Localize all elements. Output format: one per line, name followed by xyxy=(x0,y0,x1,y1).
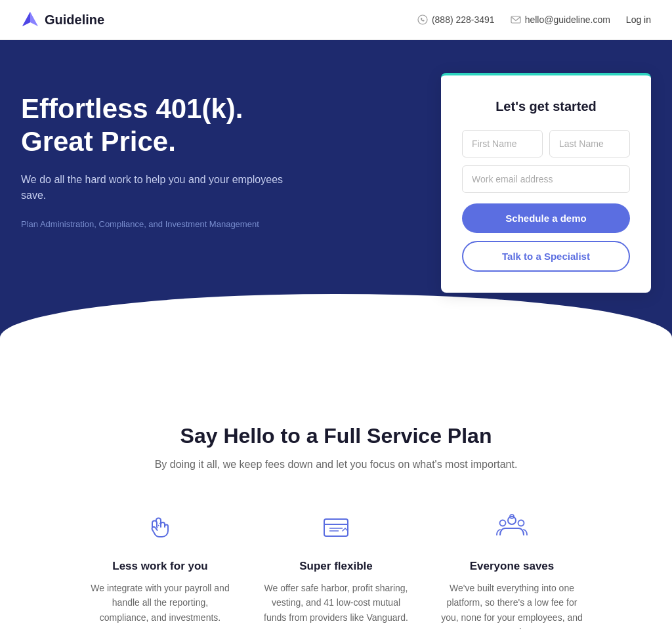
phone-link[interactable]: (888) 228-3491 xyxy=(417,14,495,25)
name-row xyxy=(462,130,630,158)
login-link[interactable]: Log in xyxy=(626,14,651,25)
feature-desc-1: We offer safe harbor, profit sharing, ve… xyxy=(264,581,408,625)
email-address: hello@guideline.com xyxy=(525,14,610,25)
svg-point-10 xyxy=(518,520,524,526)
talk-to-specialist-button[interactable]: Talk to a Specialist xyxy=(462,241,630,272)
email-link[interactable]: hello@guideline.com xyxy=(511,14,610,25)
features-section: Say Hello to a Full Service Plan By doin… xyxy=(0,371,672,630)
feature-item-0: Less work for you We integrate with your… xyxy=(88,507,232,630)
hero-section: Effortless 401(k).Great Price. We do all… xyxy=(0,40,672,371)
feature-desc-2: We've built everything into one platform… xyxy=(440,581,584,630)
feature-item-1: Super flexible We offer safe harbor, pro… xyxy=(264,507,408,630)
form-card-title: Let's get started xyxy=(462,99,630,114)
hero-subtitle: We do all the hard work to help you and … xyxy=(21,172,310,203)
feature-item-2: Everyone saves We've built everything in… xyxy=(440,507,584,630)
less-work-icon xyxy=(140,507,180,547)
svg-marker-1 xyxy=(22,12,30,26)
first-name-input[interactable] xyxy=(462,130,543,158)
feature-name-0: Less work for you xyxy=(88,560,232,573)
super-flexible-icon xyxy=(316,507,356,547)
features-title: Say Hello to a Full Service Plan xyxy=(21,424,651,448)
email-icon xyxy=(511,14,521,25)
schedule-demo-button[interactable]: Schedule a demo xyxy=(462,203,630,233)
features-grid: Less work for you We integrate with your… xyxy=(21,507,651,630)
hero-left: Effortless 401(k).Great Price. We do all… xyxy=(21,79,310,229)
last-name-input[interactable] xyxy=(549,130,630,158)
svg-rect-4 xyxy=(324,519,348,536)
svg-rect-3 xyxy=(511,16,520,23)
header-nav: (888) 228-3491 hello@guideline.com Log i… xyxy=(417,14,651,25)
signup-form-card: Let's get started Schedule a demo Talk t… xyxy=(441,73,651,293)
main-header: Guideline (888) 228-3491 hello@guideline… xyxy=(0,0,672,40)
logo-text: Guideline xyxy=(45,12,104,28)
phone-icon xyxy=(417,14,428,25)
hero-title: Effortless 401(k).Great Price. xyxy=(21,93,310,159)
logo[interactable]: Guideline xyxy=(21,10,104,29)
feature-name-1: Super flexible xyxy=(264,560,408,573)
features-subtitle: By doing it all, we keep fees down and l… xyxy=(21,459,651,471)
phone-number: (888) 228-3491 xyxy=(432,14,495,25)
feature-desc-0: We integrate with your payroll and handl… xyxy=(88,581,232,625)
everyone-saves-icon xyxy=(492,507,532,547)
logo-icon xyxy=(21,10,39,29)
hero-tags: Plan Administration, Compliance, and Inv… xyxy=(21,219,310,229)
feature-name-2: Everyone saves xyxy=(440,560,584,573)
svg-point-9 xyxy=(500,520,506,526)
email-input[interactable] xyxy=(462,165,630,193)
svg-point-2 xyxy=(418,15,427,24)
